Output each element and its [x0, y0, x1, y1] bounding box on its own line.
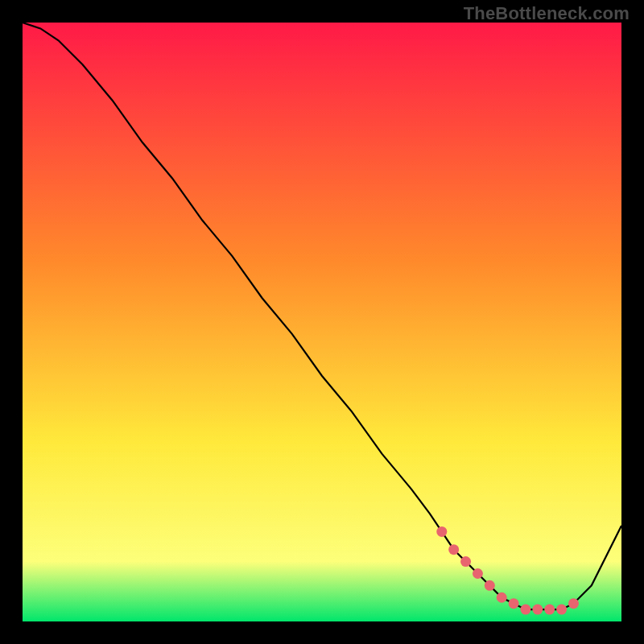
- marker-dot: [544, 605, 555, 615]
- marker-dot: [436, 526, 447, 537]
- marker-dot: [497, 592, 507, 603]
- watermark-text: TheBottleneck.com: [464, 3, 630, 24]
- marker-dot: [509, 598, 519, 609]
- chart-frame: TheBottleneck.com: [0, 0, 644, 644]
- gradient-background: [23, 23, 621, 621]
- marker-dot: [485, 580, 495, 591]
- chart-svg: [23, 23, 621, 621]
- marker-dot: [556, 605, 567, 615]
- marker-dot: [520, 605, 530, 615]
- marker-dot: [473, 568, 483, 579]
- marker-dot: [568, 598, 579, 609]
- chart-plot-area: [23, 23, 621, 621]
- marker-dot: [448, 544, 459, 555]
- marker-dot: [460, 556, 471, 567]
- marker-dot: [532, 605, 543, 615]
